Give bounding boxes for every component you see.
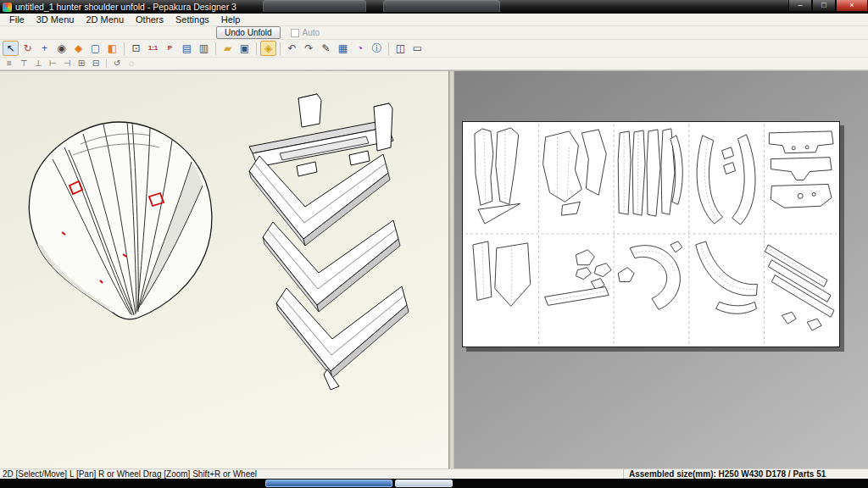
align-left-icon[interactable]: ⊢ — [46, 58, 59, 69]
menu-others[interactable]: Others — [130, 14, 170, 25]
2d-view[interactable] — [454, 71, 868, 469]
pattern-piece — [696, 241, 758, 296]
pen-tool-icon[interactable]: ✎ — [318, 41, 334, 56]
material-settings-icon[interactable]: ◔ — [352, 41, 368, 56]
toolbar-separator — [256, 42, 257, 55]
toolbar-separator — [388, 42, 389, 55]
pattern-piece — [594, 263, 611, 277]
toolbar-separator — [124, 42, 125, 55]
auto-checkbox-label: Auto — [303, 28, 320, 37]
texture-display-icon[interactable]: ▤ — [179, 41, 195, 56]
save-file-icon[interactable]: ▣ — [236, 41, 253, 56]
close-button[interactable]: × — [836, 0, 868, 12]
zoom-one-to-one-icon[interactable]: 1:1 — [145, 41, 161, 56]
pan-tool-icon[interactable]: + — [36, 41, 53, 56]
redo-icon[interactable]: ↷ — [301, 41, 317, 56]
align-bottom-icon[interactable]: ⊥ — [31, 58, 45, 69]
menu-2d-menu[interactable]: 2D Menu — [80, 14, 130, 25]
undo-unfold-button[interactable]: Undo Unfold — [216, 26, 281, 39]
window-layout-single-icon[interactable]: ▭ — [409, 41, 426, 56]
pattern-piece — [782, 312, 796, 324]
window-controls: – □ × — [788, 0, 868, 12]
page-setup-icon[interactable]: ▥ — [196, 41, 212, 56]
background-window-tab[interactable] — [263, 0, 366, 12]
pattern-piece — [632, 130, 645, 215]
main-content — [0, 70, 868, 469]
select-tool-icon[interactable]: ↖ — [3, 41, 19, 56]
rotate-part-icon[interactable]: ↺ — [110, 58, 124, 69]
align-top-icon[interactable]: ⊤ — [17, 58, 31, 69]
pattern-piece — [716, 302, 757, 313]
3d-model-canvas[interactable] — [0, 71, 449, 469]
toolbar-separator — [106, 59, 107, 68]
main-toolbar: ↖↻+◉◆▢◧⊡1:1P▤▥▰▣◈↶↷✎▦◔ⓘ◫▭ — [0, 40, 868, 58]
menu-settings[interactable]: Settings — [170, 14, 215, 25]
pattern-piece — [561, 202, 580, 215]
menubar: File3D Menu2D MenuOthersSettingsHelp — [0, 14, 868, 26]
align-right-icon[interactable]: ⊣ — [60, 58, 74, 69]
3d-view[interactable] — [0, 71, 449, 469]
pattern-piece — [724, 163, 736, 175]
arrange-parts-icon[interactable]: ≡ — [3, 58, 16, 69]
pattern-page — [462, 121, 840, 347]
open-file-icon[interactable]: ▰ — [220, 41, 236, 56]
pattern-piece — [475, 129, 493, 205]
pattern-piece — [670, 241, 682, 252]
shoulder-dome-model[interactable] — [29, 122, 212, 319]
app-icon — [3, 3, 12, 12]
pattern-piece — [771, 184, 832, 208]
pattern-piece — [478, 203, 520, 224]
pattern-piece — [618, 131, 631, 214]
edge-flag-tool-icon[interactable]: ◆ — [70, 41, 86, 56]
toolbar-separator — [280, 42, 281, 55]
auto-checkbox[interactable] — [291, 29, 299, 37]
secondary-toolbar: ≡⊤⊥⊢⊣⊞⊟↺◌ — [0, 58, 868, 70]
distribute-parts-icon[interactable]: ⊞ — [75, 58, 88, 69]
minimize-button[interactable]: – — [788, 0, 812, 12]
menu-help[interactable]: Help — [215, 14, 247, 25]
unfold-icon[interactable]: ◈ — [260, 41, 276, 56]
check-parts-icon[interactable]: ◌ — [125, 58, 138, 69]
pattern-piece — [496, 128, 519, 204]
window-title: untitled_1 hunter shoulder unfold - Pepa… — [15, 2, 236, 12]
rotate-tool-icon[interactable]: ↻ — [19, 41, 36, 56]
print-preview-icon[interactable]: P — [162, 41, 178, 56]
window-layout-split-icon[interactable]: ◫ — [392, 41, 409, 56]
box-select-tool-icon[interactable]: ▢ — [87, 41, 103, 56]
menu-3d-menu[interactable]: 3D Menu — [31, 14, 81, 25]
pattern-piece — [618, 268, 634, 282]
menu-file[interactable]: File — [3, 14, 31, 25]
fit-view-icon[interactable]: ⊡ — [128, 41, 144, 56]
pattern-pieces[interactable] — [473, 128, 834, 330]
toolbar-separator — [215, 42, 216, 55]
titlebar: untitled_1 hunter shoulder unfold - Pepa… — [0, 0, 868, 14]
statusbar: 2D [Select/Move] L [Pan] R or Wheel Drag… — [0, 469, 868, 479]
pattern-piece — [581, 130, 606, 195]
info-icon[interactable]: ⓘ — [369, 41, 385, 56]
grid-display-icon[interactable]: ▦ — [335, 41, 351, 56]
pattern-piece — [576, 250, 594, 265]
pattern-piece — [807, 319, 821, 330]
taskbar — [0, 479, 868, 488]
pattern-piece — [630, 246, 680, 310]
pattern-piece — [543, 131, 582, 202]
assembled-size-status: Assembled size(mm): H250 W430 D178 / Par… — [623, 469, 868, 479]
pattern-piece — [769, 131, 833, 153]
pattern-piece — [722, 147, 734, 159]
divide-edge-tool-icon[interactable]: ◧ — [104, 41, 120, 56]
pepakura-window: untitled_1 hunter shoulder unfold - Pepa… — [0, 0, 868, 488]
pattern-piece — [697, 136, 723, 224]
zoom-tool-icon[interactable]: ◉ — [53, 41, 70, 56]
status-hint: 2D [Select/Move] L [Pan] R or Wheel Drag… — [0, 469, 623, 479]
pattern-piece — [771, 158, 832, 180]
undo-icon[interactable]: ↶ — [284, 41, 300, 56]
pattern-canvas[interactable] — [463, 122, 839, 347]
taskbar-item[interactable] — [265, 480, 392, 487]
background-window-tab[interactable] — [383, 0, 500, 12]
join-edges-icon[interactable]: ⊟ — [89, 58, 103, 69]
taskbar-item[interactable] — [395, 480, 453, 487]
pattern-piece — [495, 243, 531, 306]
chevron-model[interactable] — [249, 94, 409, 390]
maximize-button[interactable]: □ — [812, 0, 836, 12]
pattern-piece — [732, 135, 755, 225]
